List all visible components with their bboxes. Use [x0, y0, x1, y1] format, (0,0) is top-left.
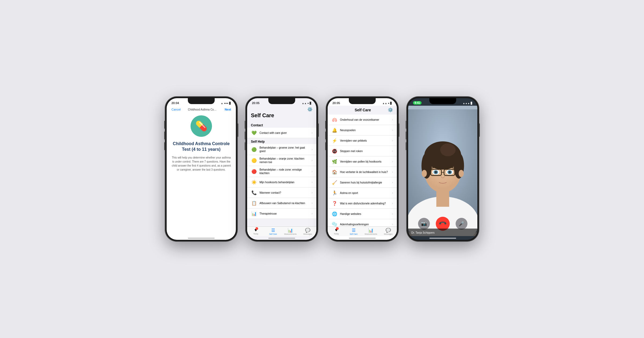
saneren-icon: 🧹	[331, 179, 338, 186]
tab-today-2[interactable]: ♥ 1 Today	[247, 228, 265, 235]
measurements-label-3: Measurements	[365, 233, 377, 235]
tab-selfcare-2[interactable]: ☰ Self Care	[265, 228, 282, 235]
measurements-icon-3: 📊	[368, 228, 374, 233]
behandelplan-oranje-item[interactable]: 🟡 Behandelplan – oranje zone: klachten n…	[247, 155, 316, 166]
phone4-screen: 📷 📞 🎤 Dr. Tanja Schippers	[408, 106, 477, 236]
phone2-list: 💚 Contact with care giver › Self Help 🟢 …	[247, 128, 316, 226]
hooikoorts-icon: ☀️	[251, 179, 257, 185]
contact-with-caregiver-item[interactable]: 💚 Contact with care giver ›	[247, 128, 316, 138]
messages-icon-2: 💬	[305, 228, 310, 233]
inhaler-emoji: 💊	[195, 120, 207, 132]
status-icons-2: ▲▲ ● ▊	[302, 102, 312, 105]
pollen-icon: 🌿	[331, 158, 338, 165]
phone1-screen: Cancel Childhood Asthma Controle... Next…	[167, 106, 236, 236]
phone2: 20:05 ▲▲ ● ▊ ⚙️ Self Care Contact	[246, 97, 318, 241]
ademhaling-item[interactable]: ❓ Wat is een disfunctionele ademhaling? …	[328, 198, 397, 209]
signal-icon-3: ▲▲	[382, 102, 387, 105]
therapie-icon: 📊	[251, 210, 257, 217]
camera-button[interactable]: 📷	[418, 218, 430, 230]
tab-today-3[interactable]: ♥ 1 Today	[328, 228, 345, 235]
home-indicator-2	[268, 238, 295, 239]
phone2-screen: ⚙️ Self Care Contact 💚 Contact with care…	[247, 106, 316, 236]
status-icons-4: ▲▲▲ ▊	[463, 102, 473, 105]
neusspoelen-icon: 🔔	[331, 127, 338, 133]
rood-icon: 🔴	[251, 168, 257, 175]
time-1: 20:04	[171, 101, 179, 105]
today-label-3: Today	[334, 233, 339, 235]
oranje-text: Behandelplan – oranje zone: klachten nem…	[259, 157, 310, 164]
tab-messages-2[interactable]: 💬 Messages	[299, 228, 317, 235]
hooikoorts-item[interactable]: ☀️ Mijn hooikoorts behandelplan ›	[247, 177, 316, 188]
websites-item[interactable]: 🌐 Handige websites ›	[328, 209, 397, 219]
chevron-icon-4: ›	[312, 180, 313, 184]
notch-2	[268, 98, 295, 104]
svg-point-7	[440, 144, 455, 156]
oefeningen-item[interactable]: 🫧 Ademhalingsoefeningen ›	[328, 219, 397, 226]
svg-point-15	[448, 171, 451, 174]
prikkels-item[interactable]: ⚡ Vermijden van prikkels ›	[328, 135, 397, 146]
chevron-icon-6: ›	[312, 201, 313, 205]
groen-icon: 🟢	[251, 146, 257, 153]
wanneer-contact-item[interactable]: 📞 Wanneer contact? ›	[247, 188, 316, 198]
therapietrouw-item[interactable]: 📊 Therapietrouw ›	[247, 208, 316, 219]
behandelplan-rood-item[interactable]: 🔴 Behandelplan – rode zone: ernstige kla…	[247, 166, 316, 177]
chevron-3-6: ›	[392, 170, 393, 174]
battery-icon: ▊	[229, 102, 231, 105]
mute-icon: 🎤	[459, 221, 464, 227]
afbouwen-icon: 📋	[251, 200, 257, 206]
asthma-test-title: Childhood Asthma Controle Test (4 to 11 …	[171, 141, 231, 152]
notch-4	[429, 98, 456, 104]
gear-icon-3[interactable]: ⚙️	[388, 107, 393, 112]
phone1: 20:04 ▲ ●●● ▊ Cancel Childhood Asthma Co…	[165, 97, 237, 241]
pollen-text: Vermijden van pollen bij hooikoorts	[340, 160, 391, 163]
wifi-icon-3: ●	[388, 102, 389, 105]
signal-icon: ●●●	[224, 102, 228, 105]
phone3: 20:05 ▲▲ ● ▊ Self Care ⚙️ �	[326, 97, 398, 241]
wifi-icon-2: ●	[308, 102, 309, 105]
next-button[interactable]: Next	[225, 108, 231, 111]
voorzetkamer-icon: 🫁	[331, 116, 338, 123]
caller-bar: Dr. Tanja Schippers	[408, 229, 477, 236]
phone3-screen: Self Care ⚙️ 🫁 Onderhoud van de voorzetk…	[328, 106, 397, 236]
pollen-item[interactable]: 🌿 Vermijden van pollen bij hooikoorts ›	[328, 156, 397, 167]
time-4: 9:41	[413, 101, 422, 105]
chevron-icon-3: ›	[312, 170, 313, 173]
wifi-icon: ▲	[221, 102, 223, 105]
saneren-item[interactable]: 🧹 Saneren huis bij huisstofmijtallergie …	[328, 177, 397, 188]
roken-item[interactable]: 🚭 Stoppen met roken ›	[328, 146, 397, 156]
selfcare-icon-3: ☰	[352, 228, 356, 233]
gear-icon-2[interactable]: ⚙️	[307, 107, 313, 112]
tab-selfcare-3[interactable]: ☰ Self Care	[345, 228, 363, 235]
luchtkwaliteit-text: Hoe verbeter ik de luchtkwaliteit in hui…	[340, 170, 391, 174]
measurements-label-2: Measurements	[284, 233, 297, 235]
neusspoelen-item[interactable]: 🔔 Neusspoelen ›	[328, 125, 397, 135]
today-badge-3: 1	[336, 227, 339, 230]
phone3-header: Self Care ⚙️	[328, 106, 397, 115]
tab-bar-2: ♥ 1 Today ☰ Self Care 📊 Measurements	[247, 226, 316, 236]
video-background: 📷 📞 🎤 Dr. Tanja Schippers	[408, 106, 477, 236]
svg-point-9	[459, 170, 464, 177]
afbouwen-item[interactable]: 📋 Afbouwen van Salbutamol na klachten ›	[247, 198, 316, 208]
camera-icon: 📷	[421, 221, 427, 227]
tab-measurements-2[interactable]: 📊 Measurements	[282, 228, 299, 235]
behandelplan-groen-item[interactable]: 🟢 Behandelplan – groene zone: het gaat g…	[247, 144, 316, 155]
cancel-button[interactable]: Cancel	[171, 108, 181, 111]
status-icons-3: ▲▲ ● ▊	[382, 102, 392, 105]
tab-messages-3[interactable]: 💬 Messages	[380, 228, 397, 235]
phone4-wrapper: 9:41 ▲▲▲ ▊	[407, 97, 479, 241]
tab-bar-3: ♥ 1 Today ☰ Self Care 📊 Measurements	[328, 226, 397, 236]
luchtkwaliteit-item[interactable]: 🏠 Hoe verbeter ik de luchtkwaliteit in h…	[328, 167, 397, 177]
voorzetkamer-item[interactable]: 🫁 Onderhoud van de voorzetkamer ›	[328, 115, 397, 125]
battery-icon-4: ▊	[471, 102, 473, 105]
ademhaling-icon: ❓	[331, 200, 338, 207]
sport-icon: 🏃	[331, 190, 338, 196]
phone1-nav: Cancel Childhood Asthma Controle... Next	[171, 108, 231, 111]
messages-icon-3: 💬	[386, 228, 391, 233]
sport-item[interactable]: 🏃 Astma en sport ›	[328, 188, 397, 198]
voorzetkamer-text: Onderhoud van de voorzetkamer	[340, 118, 391, 122]
mute-button[interactable]: 🎤	[456, 218, 467, 230]
today-label-2: Today	[253, 233, 258, 235]
time-2: 20:05	[252, 101, 259, 105]
tab-measurements-3[interactable]: 📊 Measurements	[362, 228, 380, 235]
caregiver-text: Contact with care giver	[259, 131, 310, 135]
